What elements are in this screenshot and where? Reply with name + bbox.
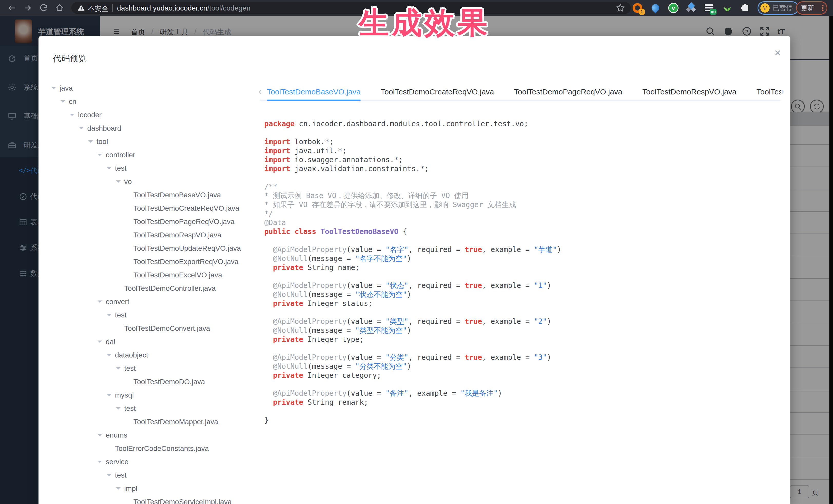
- tree-expand-icon[interactable]: [97, 461, 102, 465]
- tree-leaf-spacer: [125, 421, 130, 425]
- tree-node[interactable]: test: [39, 162, 262, 175]
- tree-node[interactable]: enums: [39, 429, 262, 442]
- tree-expand-icon[interactable]: [107, 474, 111, 479]
- code-line: import io.swagger.annotations.*;: [264, 155, 561, 164]
- browser-back-icon[interactable]: [7, 3, 17, 13]
- extension-green-v-icon[interactable]: v: [668, 2, 679, 14]
- tree-node[interactable]: ToolTestDemoExportReqVO.java: [39, 255, 262, 268]
- tree-folder-label: dashboard: [87, 124, 121, 133]
- tree-node[interactable]: controller: [39, 148, 262, 162]
- extension-list-icon[interactable]: on: [704, 2, 715, 14]
- extension-blue-drop-icon[interactable]: [650, 2, 661, 14]
- tree-node[interactable]: java: [39, 81, 262, 95]
- bookmark-star-icon[interactable]: [615, 3, 625, 13]
- tree-expand-icon[interactable]: [61, 100, 65, 105]
- tree-expand-icon[interactable]: [97, 154, 102, 158]
- tree-node[interactable]: ToolTestDemoBaseVO.java: [39, 188, 262, 202]
- extension-badge: 1: [639, 9, 645, 15]
- tree-expand-icon[interactable]: [116, 487, 121, 492]
- extension-sprout-icon[interactable]: [722, 2, 733, 14]
- tree-file-label: ToolTestDemoUpdateReqVO.java: [134, 244, 241, 253]
- tree-file-label: ToolTestDemoRespVO.java: [134, 231, 221, 239]
- browser-menu-icon[interactable]: [822, 4, 824, 12]
- tree-node[interactable]: ToolTestDemoExcelVO.java: [39, 268, 262, 282]
- tree-node[interactable]: tool: [39, 135, 262, 148]
- tree-node[interactable]: ToolTestDemoMapper.java: [39, 415, 262, 429]
- tree-node[interactable]: ToolTestDemoRespVO.java: [39, 229, 262, 242]
- tree-node[interactable]: service: [39, 455, 262, 469]
- tree-node[interactable]: ToolTestDemoServiceImpl.java: [39, 495, 262, 504]
- tree-expand-icon[interactable]: [107, 314, 111, 318]
- tree-node[interactable]: ToolTestDemoController.java: [39, 282, 262, 295]
- tree-node[interactable]: dataobject: [39, 349, 262, 362]
- tree-node[interactable]: vo: [39, 175, 262, 188]
- code-line: [264, 344, 561, 353]
- tree-expand-icon[interactable]: [116, 407, 121, 412]
- tree-expand-icon[interactable]: [97, 340, 102, 345]
- tabs-scroll-left-icon[interactable]: ‹: [259, 86, 262, 96]
- tree-node[interactable]: test: [39, 362, 262, 375]
- tree-node[interactable]: dal: [39, 335, 262, 349]
- tree-node[interactable]: ToolTestDemoConvert.java: [39, 322, 262, 335]
- tree-node[interactable]: convert: [39, 295, 262, 309]
- tree-expand-icon[interactable]: [79, 127, 84, 131]
- tab-ToolTestDemoRespVO.java[interactable]: ToolTestDemoRespVO.java: [642, 85, 737, 99]
- tree-node[interactable]: ToolTestDemoDO.java: [39, 375, 262, 388]
- tree-node[interactable]: ToolErrorCodeConstants.java: [39, 442, 262, 455]
- tree-node[interactable]: cn: [39, 95, 262, 108]
- tree-node[interactable]: dashboard: [39, 122, 262, 135]
- code-line: [264, 236, 561, 245]
- tree-node[interactable]: mysql: [39, 388, 262, 402]
- tree-folder-label: tool: [96, 138, 108, 146]
- tree-node[interactable]: impl: [39, 482, 262, 495]
- tree-expand-icon[interactable]: [51, 87, 56, 92]
- extension-orange-ring-icon[interactable]: 1: [632, 2, 643, 14]
- tree-leaf-spacer: [125, 194, 130, 198]
- browser-reload-icon[interactable]: [39, 3, 48, 13]
- tabs-active-indicator: [267, 100, 361, 101]
- tree-folder-label: enums: [106, 431, 127, 439]
- tab-ToolTestDemoUpdateReqVO.java[interactable]: ToolTestDemoUpdateReqVO.java: [757, 85, 781, 99]
- tree-node[interactable]: test: [39, 469, 262, 482]
- tree-folder-label: convert: [106, 298, 129, 306]
- tree-leaf-spacer: [125, 220, 130, 225]
- browser-update-button[interactable]: 更新: [796, 1, 827, 15]
- tree-folder-label: impl: [124, 484, 137, 493]
- tree-expand-icon[interactable]: [116, 181, 121, 185]
- extension-blue-diamond-icon[interactable]: [686, 2, 697, 14]
- tree-node[interactable]: ToolTestDemoUpdateReqVO.java: [39, 242, 262, 255]
- code-line: private Integer type;: [264, 335, 561, 344]
- tabs-scroll-right-icon[interactable]: ›: [781, 86, 784, 96]
- tab-ToolTestDemoCreateReqVO.java[interactable]: ToolTestDemoCreateReqVO.java: [381, 85, 494, 99]
- extension-puzzle-icon[interactable]: [740, 2, 751, 14]
- tab-ToolTestDemoPageReqVO.java[interactable]: ToolTestDemoPageReqVO.java: [514, 85, 622, 99]
- tree-expand-icon[interactable]: [70, 114, 74, 118]
- code-line: import javax.validation.constraints.*;: [264, 164, 561, 173]
- tree-node[interactable]: ToolTestDemoCreateReqVO.java: [39, 202, 262, 215]
- tree-node[interactable]: test: [39, 309, 262, 322]
- tree-expand-icon[interactable]: [97, 301, 102, 305]
- close-icon[interactable]: ×: [771, 47, 784, 59]
- tree-folder-label: test: [115, 471, 126, 479]
- tree-node[interactable]: test: [39, 402, 262, 415]
- browser-home-icon[interactable]: [55, 3, 64, 13]
- tree-expand-icon[interactable]: [88, 140, 93, 145]
- tree-leaf-spacer: [125, 247, 130, 252]
- tree-leaf-spacer: [125, 261, 130, 265]
- tree-folder-label: test: [124, 364, 136, 373]
- browser-forward-icon[interactable]: [23, 3, 32, 13]
- tree-expand-icon[interactable]: [116, 367, 121, 372]
- tree-node[interactable]: ToolTestDemoPageReqVO.java: [39, 215, 262, 229]
- address-bar[interactable]: 不安全 dashboard.yudao.iocoder.cn/tool/code…: [71, 2, 631, 14]
- code-line: @NotNull(message = "状态不能为空"): [264, 290, 561, 299]
- tree-expand-icon[interactable]: [107, 394, 111, 399]
- tree-expand-icon[interactable]: [107, 167, 111, 172]
- code-line: @ApiModelProperty(value = "名字", required…: [264, 245, 561, 254]
- tab-ToolTestDemoBaseVO.java[interactable]: ToolTestDemoBaseVO.java: [267, 85, 361, 99]
- tree-folder-label: test: [115, 164, 126, 172]
- tree-file-label: ToolTestDemoPageReqVO.java: [134, 218, 235, 226]
- tree-expand-icon[interactable]: [97, 434, 102, 438]
- tree-node[interactable]: iocoder: [39, 108, 262, 122]
- tree-expand-icon[interactable]: [107, 354, 111, 359]
- paused-extension-badge[interactable]: 已暂停: [758, 1, 799, 15]
